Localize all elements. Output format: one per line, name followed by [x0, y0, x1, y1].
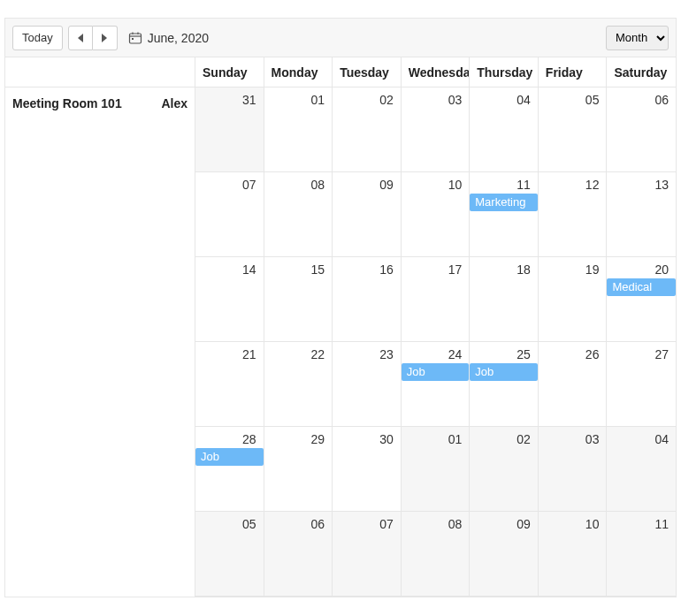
date-label: 02	[336, 93, 394, 107]
date-label: 01	[405, 432, 463, 446]
day-cell[interactable]: 17	[402, 257, 471, 341]
day-cell[interactable]: 30	[333, 427, 402, 511]
day-cell[interactable]: 26	[539, 342, 608, 426]
day-cell[interactable]: 07	[195, 172, 264, 256]
day-cell[interactable]: 10	[539, 512, 608, 596]
date-label: 07	[199, 178, 256, 192]
calendar-icon	[128, 31, 142, 45]
day-cell[interactable]: 21	[195, 342, 264, 426]
day-cell[interactable]: 02	[470, 427, 539, 511]
week-row: 05060708091011	[195, 512, 676, 597]
day-cell[interactable]: 01	[402, 427, 471, 511]
svg-rect-4	[132, 38, 134, 40]
day-cell[interactable]: 20Medical	[607, 257, 676, 341]
date-label: 29	[268, 432, 325, 446]
date-label: 08	[268, 178, 325, 192]
day-cell[interactable]: 06	[607, 87, 676, 171]
day-cell[interactable]: 05	[539, 87, 608, 171]
resource-header-blank	[5, 57, 195, 87]
day-header-saturday: Saturday	[607, 57, 676, 87]
date-label: 07	[336, 517, 394, 531]
day-cell[interactable]: 22	[264, 342, 333, 426]
day-cell[interactable]: 14	[195, 257, 264, 341]
date-label: 06	[268, 517, 325, 531]
day-cell[interactable]: 28Job	[195, 427, 264, 511]
day-cell[interactable]: 13	[607, 172, 676, 256]
day-cell[interactable]: 08	[264, 172, 333, 256]
date-label: 08	[405, 517, 463, 531]
date-label: 18	[473, 262, 531, 277]
period-picker[interactable]: June, 2020	[128, 31, 209, 45]
date-label: 01	[268, 93, 325, 107]
date-label: 26	[542, 347, 600, 361]
day-cell[interactable]: 27	[607, 342, 676, 426]
date-label: 11	[473, 178, 531, 192]
day-cell[interactable]: 15	[264, 257, 333, 341]
day-cell[interactable]: 04	[470, 87, 539, 171]
event-chip[interactable]: Job	[195, 448, 264, 466]
day-cell[interactable]: 07	[333, 512, 402, 596]
chevron-right-icon	[102, 34, 107, 42]
day-cell[interactable]: 11	[607, 512, 676, 596]
event-chip[interactable]: Medical	[607, 278, 676, 296]
date-label: 10	[542, 517, 600, 531]
day-header-tuesday: Tuesday	[333, 57, 402, 87]
date-label: 16	[336, 262, 394, 277]
date-label: 09	[473, 517, 531, 531]
day-cell[interactable]: 11Marketing	[470, 172, 539, 256]
day-cell[interactable]: 24Job	[402, 342, 471, 426]
day-cell[interactable]: 06	[264, 512, 333, 596]
day-cell[interactable]: 09	[333, 172, 402, 256]
day-cell[interactable]: 03	[402, 87, 471, 171]
calendar-grid[interactable]: Sunday Monday Tuesday Wednesday Thursday…	[195, 57, 676, 597]
date-label: 13	[610, 178, 669, 192]
day-cell[interactable]: 12	[539, 172, 608, 256]
view-select[interactable]: Month	[606, 26, 669, 50]
week-row: 14151617181920Medical	[195, 257, 676, 342]
day-cell[interactable]: 04	[607, 427, 676, 511]
today-button[interactable]: Today	[12, 26, 63, 50]
date-label: 22	[268, 347, 325, 361]
next-button[interactable]	[93, 26, 118, 50]
resource-room-label: Meeting Room 101	[12, 96, 154, 110]
day-cell[interactable]: 08	[402, 512, 471, 596]
day-header-thursday: Thursday	[470, 57, 539, 87]
day-cell[interactable]: 01	[264, 87, 333, 171]
date-label: 04	[473, 93, 531, 107]
date-label: 19	[542, 262, 600, 277]
date-label: 03	[542, 432, 600, 446]
day-cell[interactable]: 05	[195, 512, 264, 596]
day-header-monday: Monday	[264, 57, 333, 87]
resource-person-label: Alex	[161, 96, 187, 110]
day-cell[interactable]: 16	[333, 257, 402, 341]
date-label: 20	[610, 262, 669, 277]
day-cell[interactable]: 18	[470, 257, 539, 341]
day-cell[interactable]: 25Job	[470, 342, 539, 426]
chevron-left-icon	[78, 34, 83, 42]
day-cell[interactable]: 31	[195, 87, 264, 171]
week-row: 28Job293001020304	[195, 427, 676, 512]
date-label: 09	[336, 178, 394, 192]
date-label: 02	[473, 432, 531, 446]
week-row: 21222324Job25Job2627	[195, 342, 676, 427]
day-cell[interactable]: 09	[470, 512, 539, 596]
day-cell[interactable]: 29	[264, 427, 333, 511]
prev-button[interactable]	[68, 26, 93, 50]
day-cell[interactable]: 19	[539, 257, 608, 341]
date-label: 04	[610, 432, 669, 446]
date-label: 25	[473, 347, 531, 361]
date-label: 23	[336, 347, 394, 361]
date-label: 28	[199, 432, 256, 446]
event-chip[interactable]: Marketing	[470, 194, 538, 211]
day-cell[interactable]: 03	[539, 427, 608, 511]
date-label: 05	[542, 93, 600, 107]
day-cell[interactable]: 10	[402, 172, 471, 256]
date-label: 15	[268, 262, 325, 277]
event-chip[interactable]: Job	[470, 363, 538, 381]
day-header-row: Sunday Monday Tuesday Wednesday Thursday…	[195, 57, 676, 87]
day-cell[interactable]: 23	[333, 342, 402, 426]
event-chip[interactable]: Job	[402, 363, 470, 381]
week-row: 0708091011Marketing1213	[195, 172, 676, 257]
day-header-friday: Friday	[539, 57, 608, 87]
day-cell[interactable]: 02	[333, 87, 402, 171]
